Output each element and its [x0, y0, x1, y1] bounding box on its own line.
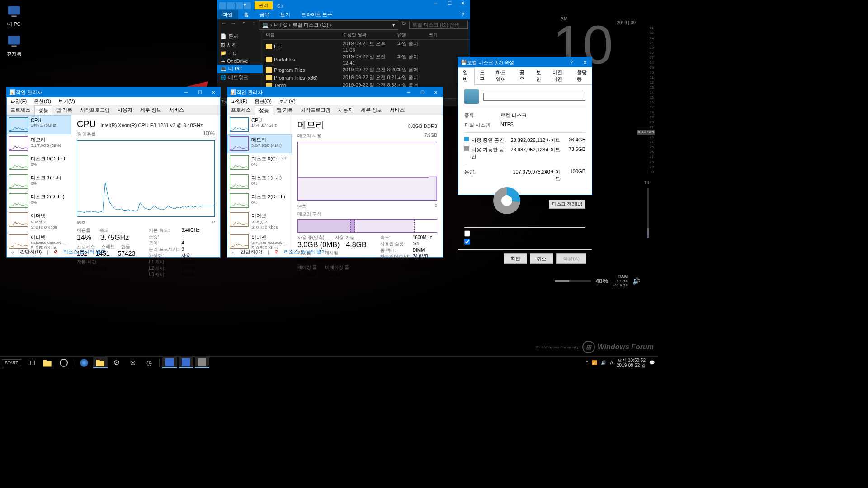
props-tab[interactable]: 이전 버전 — [547, 67, 572, 84]
tray-clock[interactable]: 오전 10:50:52 2019-09-22 일 — [617, 358, 646, 368]
drive-name-input[interactable] — [483, 93, 585, 101]
fewer-details-link[interactable]: 간단히(D) — [20, 249, 42, 255]
app-button-1[interactable] — [162, 357, 177, 368]
tab[interactable]: 사용자 — [335, 105, 357, 115]
props-tab[interactable]: 일반 — [458, 67, 475, 85]
desktop-icon[interactable]: 내 PC — [5, 3, 23, 28]
props-tab[interactable]: 하드웨어 — [491, 67, 514, 84]
tab[interactable]: 세부 정보 — [357, 105, 386, 115]
mail-button[interactable]: ✉ — [126, 357, 140, 368]
index-checkbox[interactable]: 이 드라이브의 파일 속성 및 내용 색인 허용(I) — [464, 239, 585, 245]
menu-item[interactable]: 옵션(O) — [251, 97, 275, 105]
refresh-button[interactable]: ↻ — [399, 20, 408, 29]
tab[interactable]: 프로세스 — [227, 105, 255, 115]
close-button[interactable]: ✕ — [456, 0, 470, 9]
maximize-button[interactable]: ☐ — [415, 87, 429, 97]
menu-item[interactable]: 파일(F) — [7, 97, 30, 105]
volume-slider[interactable] — [647, 188, 649, 238]
close-button[interactable]: ✕ — [429, 87, 443, 97]
perf-sidebar-item[interactable]: 이더넷이더넷 2S: 0 R: 0 Kbps — [227, 210, 292, 232]
nav-forward-button[interactable]: → — [229, 20, 238, 29]
search-input[interactable] — [409, 21, 468, 29]
props-tab[interactable]: 보안 — [531, 67, 548, 84]
desktop-icon[interactable]: 휴지통 — [5, 33, 23, 57]
tab[interactable]: 시작프로그램 — [76, 105, 114, 115]
tab[interactable]: 성능 — [255, 105, 273, 115]
qat-icon[interactable] — [236, 2, 243, 9]
perf-sidebar-item[interactable]: 이더넷이더넷 2S: 0 R: 0 Kbps — [7, 210, 71, 232]
nav-tree-item[interactable]: ☁OneDrive — [217, 57, 263, 65]
clock-button[interactable]: ◷ — [142, 357, 156, 368]
nav-recent-button[interactable]: ▾ — [239, 20, 248, 29]
menu-item[interactable]: 파일(F) — [227, 97, 251, 105]
file-row[interactable]: Program Files (x86)2019-09-22 일 오전 8:21파… — [263, 74, 470, 81]
start-button[interactable]: START — [2, 359, 21, 366]
explorer-taskbar-button[interactable] — [40, 357, 55, 368]
props-tab[interactable]: 공유 — [514, 67, 531, 84]
maximize-button[interactable]: ☐ — [443, 0, 456, 9]
column-header[interactable]: 유형 — [394, 30, 426, 39]
settings-button[interactable]: ⚙ — [109, 357, 124, 368]
close-button[interactable]: ✕ — [207, 87, 220, 97]
minimize-button[interactable]: ─ — [429, 0, 443, 9]
ok-button[interactable]: 확인 — [504, 253, 527, 264]
tray-network-icon[interactable]: 📶 — [592, 360, 597, 365]
ribbon-tab[interactable]: 공유 — [254, 10, 275, 19]
app-button-2[interactable] — [179, 357, 193, 368]
perf-sidebar-item[interactable]: 디스크 2(D: H:)0% — [227, 191, 292, 210]
perf-sidebar-item[interactable]: 이더넷VMware Network ...S: 0 R: 0 Kbps — [7, 232, 71, 249]
perf-sidebar-item[interactable]: 메모리3.1/7.9GB (39%) — [7, 134, 71, 153]
file-row[interactable]: Program Files2019-09-22 일 오전 8:20파일 폴더 — [263, 66, 470, 74]
nav-back-button[interactable]: ← — [219, 20, 228, 29]
ribbon-tab[interactable]: 홈 — [238, 10, 254, 19]
tray-volume-icon[interactable]: 🔊 — [601, 360, 606, 365]
perf-sidebar-item[interactable]: 디스크 1(I: J:)0% — [7, 172, 71, 191]
maximize-button[interactable]: ☐ — [193, 87, 207, 97]
resource-monitor-link[interactable]: 리소스 모니터 열기 — [284, 249, 326, 255]
perf-sidebar-item[interactable]: 디스크 2(D: H:)0% — [7, 191, 71, 210]
file-row[interactable]: Portables2019-09-22 일 오전 12:41파일 폴더 — [263, 53, 470, 66]
close-button[interactable]: ✕ — [578, 57, 592, 67]
nav-up-button[interactable]: ↑ — [249, 20, 258, 29]
tray-notification-icon[interactable]: 💬 — [649, 360, 655, 365]
tab[interactable]: 세부 정보 — [137, 105, 165, 115]
column-header[interactable]: 수정한 날짜 — [340, 30, 394, 39]
collapse-icon[interactable]: ⌄ — [231, 249, 235, 255]
file-row[interactable]: EFI2019-09-21 토 오후 11:06파일 폴더 — [263, 40, 470, 53]
menu-item[interactable]: 보기(V) — [275, 97, 299, 105]
titlebar[interactable]: 📊 작업 관리자 ─☐✕ — [7, 87, 220, 97]
speaker-icon[interactable]: 🔊 — [632, 277, 640, 285]
tab[interactable]: 서비스 — [386, 105, 409, 115]
perf-sidebar-item[interactable]: CPU14% 3.75GHz — [7, 115, 71, 134]
app-button-3[interactable] — [195, 357, 209, 368]
minimize-button[interactable]: ─ — [179, 87, 193, 97]
tab[interactable]: 프로세스 — [7, 105, 34, 115]
cancel-button[interactable]: 취소 — [530, 253, 553, 264]
menu-item[interactable]: 보기(V) — [55, 97, 79, 105]
fewer-details-link[interactable]: 간단히(D) — [241, 249, 262, 255]
ribbon-tab[interactable]: 보기 — [275, 10, 296, 19]
props-tab[interactable]: 할당량 — [572, 67, 592, 84]
ribbon-tab[interactable]: 드라이브 도구 — [296, 10, 338, 19]
minimize-button[interactable]: ─ — [402, 87, 415, 97]
tab[interactable]: 사용자 — [114, 105, 137, 115]
perf-sidebar-item[interactable]: CPU14% 3.74GHz — [227, 115, 292, 134]
perf-sidebar-item[interactable]: 이더넷VMware Network ...S: 0 R: 0 Kbps — [227, 232, 292, 249]
nav-tree-item[interactable]: 🌐네트워크 — [217, 73, 263, 82]
help-icon[interactable]: ? — [456, 10, 470, 19]
tray-chevron-icon[interactable]: ˄ — [586, 360, 588, 365]
qat-icon[interactable] — [219, 2, 226, 9]
perf-sidebar-item[interactable]: 디스크 0(C: E: F0% — [7, 153, 71, 172]
apply-button[interactable]: 적용(A) — [556, 253, 586, 264]
tab[interactable]: 시작프로그램 — [297, 105, 335, 115]
help-button[interactable]: ? — [565, 57, 578, 67]
browser-button[interactable] — [77, 357, 91, 368]
perf-sidebar-item[interactable]: 디스크 1(I: J:)0% — [227, 172, 292, 191]
taskview-button[interactable] — [24, 357, 38, 368]
nav-tree-item[interactable]: 💻내 PC — [217, 65, 263, 73]
menu-item[interactable]: 옵션(O) — [30, 97, 55, 105]
compress-checkbox[interactable]: 이 드라이브를 압축하여 디스크 공간 절약(C) — [464, 230, 585, 237]
perf-sidebar-item[interactable]: 디스크 0(C: E: F0% — [227, 153, 292, 172]
tab[interactable]: 서비스 — [165, 105, 188, 115]
explorer-context-tab[interactable]: 관리 — [255, 1, 273, 9]
